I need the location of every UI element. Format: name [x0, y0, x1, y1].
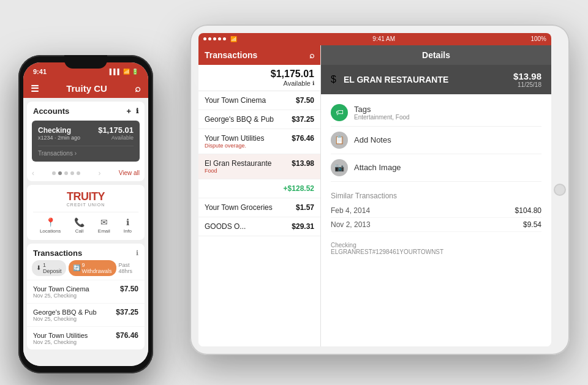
txn-name: Your Town Cinema — [33, 285, 89, 293]
table-row[interactable]: George's BBQ & Pub$37.25 — [198, 110, 320, 129]
filter-withdrawals-label: 9 Withdrawals — [82, 262, 112, 274]
tags-action[interactable]: 🏷 Tags Entertainment, Food — [331, 99, 541, 127]
txn-sub: Nov 25, Checking — [33, 316, 97, 322]
account-available: Available — [111, 135, 134, 141]
account-txn-link[interactable]: Transactions › — [38, 146, 134, 157]
detail-actions: 🏷 Tags Entertainment, Food 📋 Add Notes 📷 — [321, 94, 551, 187]
phone-header-search-icon[interactable]: ⌕ — [135, 83, 141, 94]
table-row[interactable]: Your Town Cinema$7.50 — [198, 91, 320, 110]
deposit-icon: ⬇ — [36, 264, 41, 271]
merchant-amount: $13.98 — [513, 71, 541, 81]
tablet-detail-panel: Details $ EL GRAN RESTAURANTE $13.98 11/… — [321, 45, 551, 346]
notes-icon: 📋 — [331, 132, 348, 149]
phone-transaction-filters: ⬇ 1 Deposit 🔄 9 Withdrawals Past 48hrs — [27, 260, 145, 280]
filter-deposit-label: 1 Deposit — [43, 262, 62, 274]
scene: 📶 9:41 AM 100% Transactions ⌕ $1,175.01 … — [18, 12, 570, 373]
phone-add-account-icon[interactable]: + — [126, 107, 131, 116]
info-icon: ℹ — [126, 217, 129, 227]
phone-accounts-section: Accounts + ℹ Checking $1,175.01 x1234 · … — [27, 102, 145, 181]
phone-app-title: Truity CU — [66, 83, 107, 94]
tags-content: Tags Entertainment, Food — [354, 105, 410, 121]
similar-row: Feb 4, 2014 $104.80 — [331, 204, 541, 218]
phone-next-icon[interactable]: › — [98, 169, 100, 178]
email-label: Email — [98, 228, 110, 234]
txn-details: Your Town Cinema Nov 25, Checking — [33, 285, 89, 299]
dot-3 — [64, 171, 68, 175]
tablet-time: 9:41 AM — [372, 36, 395, 42]
attach-image-action[interactable]: 📷 Attach Image — [331, 154, 541, 182]
nav-info[interactable]: ℹ Info — [124, 217, 132, 234]
dot-5 — [77, 171, 80, 175]
account-txn-label: Transactions › — [38, 150, 77, 157]
phone-accounts-info-icon[interactable]: ℹ — [136, 107, 138, 115]
txn-name: Your Town Utilities — [33, 332, 88, 339]
txn-sub: Nov 25, Checking — [33, 339, 88, 345]
tags-label: Tags — [354, 105, 410, 114]
phone-signal-icon: ▌▌▌ — [110, 69, 121, 75]
similar-date-1: Feb 4, 2014 — [331, 206, 370, 215]
tablet-home-button[interactable] — [554, 184, 566, 196]
detail-footer: Checking ELGRANREST#1298461YOURTOWNST — [321, 237, 551, 260]
dot-2 — [58, 171, 62, 175]
list-item[interactable]: Your Town Utilities Nov 25, Checking $76… — [27, 326, 145, 349]
account-name: Checking — [38, 126, 71, 135]
nav-call[interactable]: 📞 Call — [74, 217, 85, 234]
tablet-detail-title: Details — [422, 50, 450, 60]
table-row[interactable]: Your Town Utilities$76.46 Dispute overag… — [198, 129, 320, 154]
merchant-banner: $ EL GRAN RESTAURANTE $13.98 11/25/18 — [321, 65, 551, 94]
tablet-signal-dots: 📶 — [203, 36, 237, 42]
tablet-body: Transactions ⌕ $1,175.01 Available ℹ You… — [198, 45, 551, 346]
transaction-tag: Food — [205, 168, 314, 174]
merchant-logo: $ — [331, 74, 336, 85]
phone-transactions-title: Transactions — [33, 249, 82, 258]
merchant-amount-block: $13.98 11/25/18 — [513, 71, 541, 88]
phone-status-right: ▌▌▌ 📶 🔋 — [110, 69, 138, 75]
txn-amount: $76.46 — [116, 331, 138, 340]
txn-name: George's BBQ & Pub — [33, 308, 97, 316]
call-label: Call — [75, 228, 84, 234]
phone-content: Accounts + ℹ Checking $1,175.01 x1234 · … — [23, 98, 148, 366]
filter-deposit[interactable]: ⬇ 1 Deposit — [32, 260, 66, 276]
phone-accounts-title: Accounts — [33, 107, 69, 116]
phone-view-all[interactable]: View all — [119, 170, 140, 176]
tablet-transactions-title: Transactions — [205, 50, 257, 60]
footer-ref: ELGRANREST#1298461YOURTOWNST — [331, 249, 541, 255]
list-item[interactable]: George's BBQ & Pub Nov 25, Checking $37.… — [27, 303, 145, 326]
phone-screen: 9:41 ▌▌▌ 📶 🔋 ☰ Truity CU ⌕ Accounts — [23, 62, 148, 366]
phone-wifi-icon: 📶 — [123, 69, 130, 75]
nav-locations[interactable]: 📍 Locations — [40, 217, 61, 234]
list-item[interactable]: Your Town Cinema Nov 25, Checking $7.50 — [27, 280, 145, 303]
add-notes-label: Add Notes — [354, 135, 391, 144]
phone-nav-icons: 📍 Locations 📞 Call ✉ Email ℹ — [33, 212, 138, 234]
table-row[interactable]: El Gran Restaurante$13.98 Food — [198, 154, 320, 179]
attach-image-label: Attach Image — [354, 163, 401, 172]
tags-values: Entertainment, Food — [354, 114, 410, 121]
similar-transactions: Similar Transactions Feb 4, 2014 $104.80… — [321, 187, 551, 237]
tablet-search-icon[interactable]: ⌕ — [309, 50, 314, 60]
locations-icon: 📍 — [45, 217, 56, 227]
phone-account-card[interactable]: Checking $1,175.01 x1234 · 2min ago Avai… — [32, 121, 140, 162]
merchant-info: EL GRAN RESTAURANTE — [336, 75, 513, 84]
locations-label: Locations — [40, 228, 61, 234]
merchant-name: EL GRAN RESTAURANTE — [344, 75, 513, 84]
phone-transactions-info-icon[interactable]: ℹ — [136, 249, 138, 257]
phone-page-dots — [52, 171, 80, 175]
add-notes-action[interactable]: 📋 Add Notes — [331, 127, 541, 154]
filter-time-label: Past 48hrs — [119, 262, 140, 274]
txn-details: Your Town Utilities Nov 25, Checking — [33, 332, 88, 345]
table-row[interactable]: +$128.52 — [198, 179, 320, 198]
table-row[interactable]: Your Town Groceries$1.57 — [198, 198, 320, 217]
phone-menu-icon[interactable]: ☰ — [31, 83, 39, 94]
similar-amount-1: $104.80 — [515, 206, 541, 215]
phone-device: 9:41 ▌▌▌ 📶 🔋 ☰ Truity CU ⌕ Accounts — [18, 55, 153, 373]
phone-accounts-header: Accounts + ℹ — [27, 102, 145, 118]
tablet-info-icon: ℹ — [312, 80, 314, 86]
tablet-status-bar: 📶 9:41 AM 100% — [198, 33, 551, 45]
phone-logo-area: TRUITY CREDIT UNION 📍 Locations 📞 Call ✉ — [27, 185, 145, 240]
nav-email[interactable]: ✉ Email — [98, 217, 110, 234]
txn-amount: $37.25 — [116, 308, 138, 316]
filter-withdrawals[interactable]: 🔄 9 Withdrawals — [69, 260, 116, 276]
phone-prev-icon[interactable]: ‹ — [32, 169, 34, 178]
table-row[interactable]: GOODS O...$29.31 — [198, 217, 320, 236]
info-label: Info — [124, 228, 132, 234]
